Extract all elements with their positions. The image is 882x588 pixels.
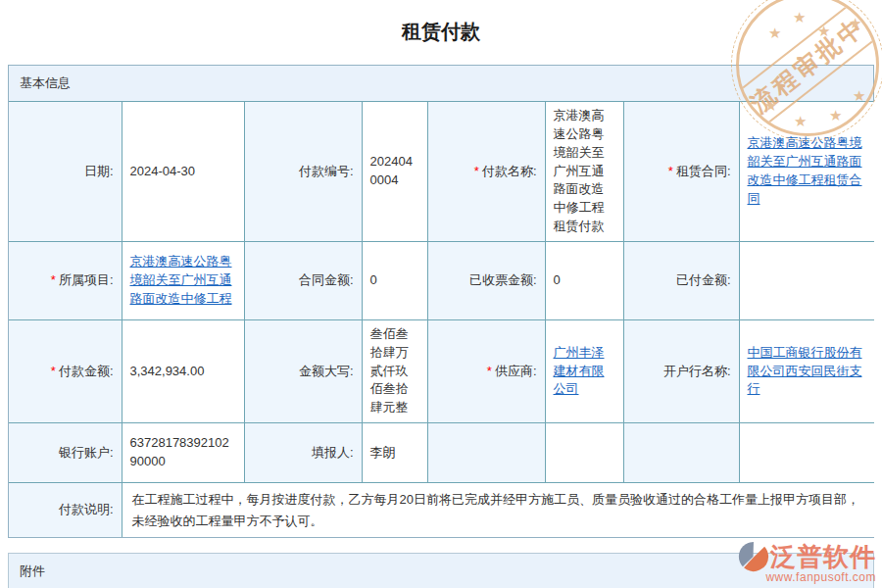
field-value-payment-note: 在工程施工过程中，每月按进度付款，乙方每月20日前将已完成并经甲方施工员、质量员…: [122, 483, 874, 537]
field-label-paid-amount: 已付金额:: [623, 241, 739, 319]
page-title: 租赁付款: [8, 18, 874, 45]
lease-contract-link[interactable]: 京港澳高速公路粤境韶关至广州互通路面改造中修工程租赁合同: [748, 135, 862, 206]
field-label-payment-note: 付款说明:: [9, 483, 122, 537]
field-label-bank-account: 银行账户:: [9, 423, 122, 483]
bank-name-link[interactable]: 中国工商银行股份有限公司西安回民街支行: [748, 345, 862, 397]
field-label-supplier: *供应商:: [427, 319, 545, 422]
field-value-payment-amount: 3,342,934.00: [122, 319, 244, 422]
fanpu-logo-icon: [737, 540, 770, 573]
required-mark: *: [487, 364, 492, 378]
field-value-contract-amount: 0: [362, 241, 427, 319]
field-label-amount-in-words: 金额大写:: [244, 319, 362, 422]
field-label-bank-name: 开户行名称:: [623, 319, 739, 422]
table-row: 银行账户: 6372817839210290000 填报人: 李朗: [9, 423, 874, 483]
field-label-preparer: 填报人:: [244, 423, 362, 483]
empty-value-cell: [739, 423, 874, 483]
field-value-payment-no: 2024040004: [362, 102, 427, 241]
field-value-date: 2024-04-30: [122, 102, 244, 241]
field-value-supplier: 广州丰泽建材有限公司: [545, 319, 623, 422]
field-value-preparer: 李朗: [362, 423, 427, 483]
field-label-project: *所属项目:: [9, 241, 122, 319]
supplier-link[interactable]: 广州丰泽建材有限公司: [554, 345, 605, 397]
table-row: *所属项目: 京港澳高速公路粤境韶关至广州互通路面改造中修工程 合同金额: 0 …: [9, 241, 874, 319]
field-label-date: 日期:: [9, 102, 122, 241]
required-mark: *: [668, 164, 673, 178]
field-value-paid-amount: [739, 241, 874, 319]
required-mark: *: [51, 364, 56, 378]
required-mark: *: [474, 164, 479, 178]
field-label-contract-amount: 合同金额:: [244, 241, 362, 319]
empty-label-cell: [623, 423, 739, 483]
required-mark: *: [51, 272, 56, 287]
field-label-payment-amount: *付款金额:: [9, 319, 122, 422]
field-value-bank-account: 6372817839210290000: [122, 423, 244, 483]
field-value-invoiced-amount: 0: [545, 241, 623, 319]
basic-info-table: 日期: 2024-04-30 付款编号: 2024040004 *付款名称: 京…: [9, 102, 874, 537]
project-link[interactable]: 京港澳高速公路粤境韶关至广州互通路面改造中修工程: [130, 254, 232, 306]
basic-info-section-title: 基本信息: [9, 66, 873, 102]
vendor-logo: 泛普软件 www.fanpusoft.com: [737, 540, 876, 584]
field-value-project: 京港澳高速公路粤境韶关至广州互通路面改造中修工程: [122, 241, 244, 319]
field-value-amount-in-words: 叁佰叁拾肆万贰仟玖佰叁拾肆元整: [362, 319, 427, 422]
field-label-invoiced-amount: 已收票金额:: [427, 241, 545, 319]
field-value-payment-name: 京港澳高速公路粤境韶关至广州互通路面改造中修工程租赁付款: [545, 102, 623, 241]
field-value-bank-name: 中国工商银行股份有限公司西安回民街支行: [739, 319, 874, 422]
field-value-lease-contract: 京港澳高速公路粤境韶关至广州互通路面改造中修工程租赁合同: [739, 102, 874, 241]
table-row: *付款金额: 3,342,934.00 金额大写: 叁佰叁拾肆万贰仟玖佰叁拾肆元…: [9, 319, 874, 422]
table-row: 日期: 2024-04-30 付款编号: 2024040004 *付款名称: 京…: [9, 102, 874, 241]
field-label-payment-no: 付款编号:: [244, 102, 362, 241]
field-label-payment-name: *付款名称:: [427, 102, 545, 241]
basic-info-section: 基本信息 日期: 2024-04-30 付款编号: 2024040004 *付款…: [8, 65, 874, 538]
vendor-name: 泛普软件: [770, 542, 876, 571]
page: 租赁付款 基本信息 日期: 2024-04-30 付款编号: 202404000…: [0, 18, 882, 588]
empty-value-cell: [545, 423, 623, 483]
empty-label-cell: [427, 423, 545, 483]
table-row: 付款说明: 在工程施工过程中，每月按进度付款，乙方每月20日前将已完成并经甲方施…: [9, 483, 874, 537]
field-label-lease-contract: *租赁合同:: [623, 102, 739, 241]
